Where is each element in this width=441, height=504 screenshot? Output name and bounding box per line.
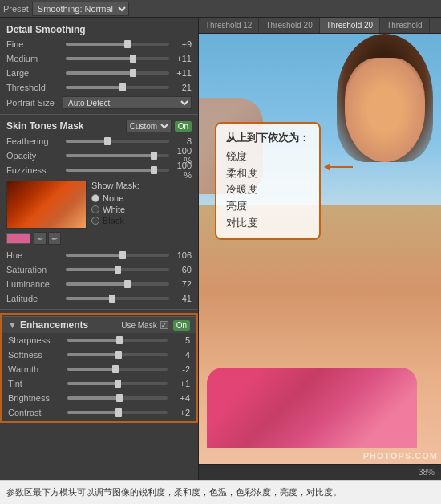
hue-label: Hue [6, 250, 63, 260]
radio-black-label: Black [103, 216, 124, 226]
brightness-track[interactable] [67, 396, 168, 400]
radio-none-row[interactable]: None [91, 193, 140, 203]
tab-threshold[interactable]: Threshold [380, 18, 429, 33]
use-mask-label: Use Mask [121, 321, 156, 330]
bottom-caption: 参数区最下方模块可以调节图像的锐利度，柔和度，色温，色彩浓度，亮度，对比度。 [0, 480, 441, 504]
saturation-track[interactable] [66, 268, 169, 271]
hue-row: Hue 106 [0, 248, 198, 262]
latitude-row: Latitude 41 [0, 291, 198, 306]
radio-white-row[interactable]: White [91, 205, 140, 214]
warmth-value: -2 [171, 364, 190, 374]
tab-bar: Threshold 12 Threshold 20 Threshold 20 T… [199, 18, 441, 34]
image-area: 从上到下依次为： 锐度 柔和度 冷暖度 亮度 对比度 PHOTOPS.COM [199, 34, 441, 464]
tooltip-line1: 锐度 [226, 148, 310, 165]
contrast-label: Contrast [8, 408, 64, 417]
warmth-track[interactable] [67, 368, 168, 371]
tint-track[interactable] [67, 382, 168, 385]
tab-threshold12[interactable]: Threshold 12 [199, 18, 259, 33]
large-slider-row: Large +11 [0, 66, 198, 80]
latitude-value: 41 [172, 294, 192, 303]
feathering-track[interactable] [66, 140, 169, 143]
main-layout: Detail Smoothing Fine +9 Medium +11 Larg… [0, 18, 441, 480]
contrast-track[interactable] [67, 411, 168, 414]
skin-on-badge[interactable]: On [175, 121, 192, 132]
enhancements-header: ▼ Enhancements Use Mask ✓ On [2, 316, 196, 333]
watermark: PHOTOPS.COM [363, 451, 438, 461]
luminance-track[interactable] [66, 282, 169, 286]
sharpness-label: Sharpness [8, 335, 64, 345]
sharpness-value: 5 [171, 335, 190, 345]
skin-custom-select[interactable]: Custom [126, 120, 172, 132]
fine-track[interactable] [66, 43, 169, 46]
image-bottom-bar: 38% [199, 464, 441, 480]
luminance-row: Luminance 72 [0, 277, 198, 291]
tooltip-line4: 亮度 [226, 198, 310, 215]
preset-label: Preset [3, 4, 29, 14]
tab-threshold20-1[interactable]: Threshold 20 [259, 18, 319, 33]
luminance-value: 72 [172, 279, 192, 289]
warmth-row: Warmth -2 [2, 362, 196, 376]
smoothing-select[interactable]: Smoothing: Normal [32, 2, 129, 16]
right-panel: Threshold 12 Threshold 20 Threshold 20 T… [199, 18, 441, 480]
threshold-track[interactable] [66, 86, 169, 89]
show-mask-label: Show Mask: [91, 181, 140, 190]
eyedropper-icon-2[interactable]: ✒ [48, 232, 61, 245]
medium-value: +11 [172, 54, 192, 63]
opacity-row: Opacity 100 % [0, 148, 198, 163]
threshold-value: 21 [172, 83, 192, 92]
skin-tones-title: Skin Tones Mask [6, 120, 126, 132]
triangle-icon: ▼ [8, 320, 17, 330]
radio-white-label: White [103, 205, 125, 214]
radio-white[interactable] [91, 205, 99, 213]
sharpness-row: Sharpness 5 [2, 333, 196, 348]
radio-black[interactable] [91, 217, 99, 225]
fuzziness-row: Fuzziness 100 % [0, 163, 198, 177]
enh-on-badge[interactable]: On [173, 320, 190, 331]
brightness-row: Brightness +4 [2, 391, 196, 405]
skin-tones-header: Skin Tones Mask Custom On [0, 118, 198, 134]
sharpness-track[interactable] [67, 339, 168, 342]
radio-none-label: None [103, 193, 123, 203]
tooltip-line2: 柔和度 [226, 165, 310, 182]
contrast-value: +2 [171, 408, 190, 417]
tab-threshold20-2[interactable]: Threshold 20 [320, 18, 380, 33]
tooltip-title: 从上到下依次为： [226, 130, 310, 147]
medium-track[interactable] [66, 57, 169, 60]
fuzziness-label: Fuzziness [6, 165, 63, 175]
opacity-label: Opacity [6, 151, 63, 161]
tooltip-line5: 对比度 [226, 215, 310, 232]
saturation-row: Saturation 60 [0, 262, 198, 277]
fuzziness-value: 100 % [172, 161, 192, 180]
detail-smoothing-title: Detail Smoothing [0, 21, 198, 37]
radio-black-row[interactable]: Black [91, 216, 140, 226]
tint-value: +1 [171, 379, 190, 388]
pink-swatch[interactable] [6, 233, 30, 244]
softness-label: Softness [8, 350, 64, 360]
tint-label: Tint [8, 379, 64, 388]
saturation-label: Saturation [6, 265, 63, 274]
large-label: Large [6, 68, 63, 78]
latitude-track[interactable] [66, 297, 169, 300]
large-value: +11 [172, 68, 192, 78]
warmth-label: Warmth [8, 364, 64, 374]
threshold-slider-row: Threshold 21 [0, 80, 198, 95]
radio-none[interactable] [91, 194, 99, 202]
use-mask-checkbox[interactable]: ✓ [160, 321, 168, 329]
brightness-value: +4 [171, 393, 190, 403]
softness-track[interactable] [67, 353, 168, 356]
caption-text: 参数区最下方模块可以调节图像的锐利度，柔和度，色温，色彩浓度，亮度，对比度。 [6, 486, 342, 498]
fine-label: Fine [6, 39, 63, 49]
portrait-size-select[interactable]: Auto Detect [63, 96, 192, 109]
portrait-size-label: Portrait Size [6, 98, 63, 108]
contrast-row: Contrast +2 [2, 405, 196, 420]
opacity-track[interactable] [66, 154, 169, 157]
large-track[interactable] [66, 71, 169, 75]
threshold-label: Threshold [6, 83, 63, 92]
luminance-label: Luminance [6, 279, 63, 289]
feathering-row: Feathering 8 [0, 134, 198, 148]
eyedropper-icon-1[interactable]: ✒ [34, 232, 47, 245]
brightness-label: Brightness [8, 393, 64, 403]
fuzziness-track[interactable] [66, 169, 169, 172]
hue-track[interactable] [66, 254, 169, 257]
color-gradient[interactable] [6, 181, 87, 229]
